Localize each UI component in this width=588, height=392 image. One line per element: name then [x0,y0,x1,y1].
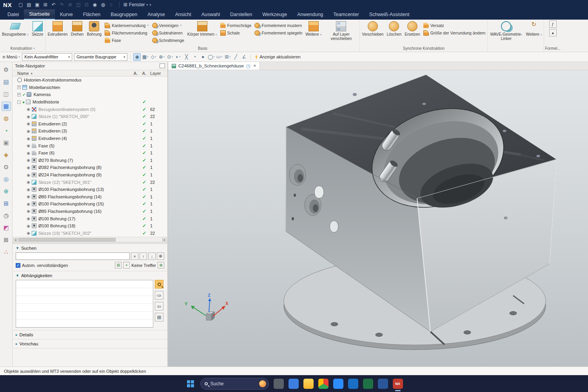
taskbar-search[interactable]: Suche [200,378,269,390]
reuse-library-icon[interactable]: ◍ [2,114,11,123]
chrome-icon[interactable] [318,379,328,389]
collapse-ribbon-button[interactable]: ▴ [549,29,557,36]
viewport-canvas[interactable]: Z X Y [168,70,588,367]
constraint-navigator-icon[interactable]: ◫ [2,89,11,99]
tree-row[interactable]: Fase (5) 1 [13,142,167,149]
horizontal-scrollbar[interactable]: ◂ ▸ [13,237,167,242]
eye-visibility-icon[interactable] [26,136,31,141]
tree-row[interactable]: Skizze (19) "SKETCH_002" 22 [13,229,167,237]
schale-button[interactable]: Schale [219,29,253,36]
eye-visibility-icon[interactable] [26,158,31,162]
scroll-left-arrow-icon[interactable]: ◂ [13,238,18,241]
open-file-icon[interactable]: ▤ [25,1,33,9]
paste-icon[interactable]: ⊡ [83,1,91,9]
center-snap-icon[interactable]: ◐▾ [174,53,182,61]
tree-row[interactable]: Ø100 Flachsenkungsbohrung (13) 1 [13,186,167,193]
ribbon-tab[interactable]: Teamcenter [328,9,364,20]
group-label-konstruktion[interactable]: Konstruktion▾ [1,45,44,51]
bohrung-button[interactable]: Bohrung [85,20,103,37]
tree-row[interactable]: Bezugskoordinatensystem (0) 62 [13,105,167,113]
tree-row[interactable]: Fase (6) 1 [13,149,167,157]
ribbon-tab[interactable]: Analyse [142,9,170,20]
endpoint-snap-icon[interactable]: ⊕▾ [158,53,165,61]
check-column-cell[interactable] [140,209,149,214]
outlook-icon[interactable] [348,379,358,389]
eye-visibility-icon[interactable] [26,165,31,170]
eye-visibility-icon[interactable] [26,129,31,133]
dependencies-section-header[interactable]: ▼ Abhängigkeiten [16,273,164,278]
skizze-button[interactable]: Skizze [31,20,44,37]
check-column-cell[interactable] [140,158,149,163]
dependencies-list[interactable] [16,280,153,328]
close-tab-icon[interactable]: × [253,63,256,69]
touch-mode-icon[interactable]: ◌ [107,1,115,9]
intersection-snap-icon[interactable]: ╳▾ [183,53,190,61]
eye-visibility-icon[interactable] [26,151,31,155]
toolbar-customize-chevron-icon[interactable]: ▾ [150,3,151,7]
internet-browser-icon[interactable]: ◎ [2,174,11,184]
orientation-triad[interactable]: Z X Y [185,293,229,320]
ribbon-tab[interactable]: Auswahl [196,9,225,20]
eye-visibility-icon[interactable] [26,216,31,221]
kantenverrundung-button[interactable]: Kantenverrundung▾ [103,22,150,29]
ribbon-tab[interactable]: Anwendung [292,9,328,20]
tree-row[interactable]: Ø85 Flachsenkungsbohrung (16) 1 [13,208,167,215]
tree-row[interactable]: Extrudieren (2) 1 [13,120,167,128]
tree-row[interactable]: Ø270 Bohrung (7) 1 [13,157,167,164]
update-display-button[interactable]: Anzeige aktualisieren [254,54,301,60]
tree-row[interactable]: Ø100 Flachsenkungsbohrung (15) 1 [13,200,167,208]
new-file-icon[interactable]: ▢ [17,1,25,9]
tree-row[interactable]: + ✓ Kameras [13,91,167,98]
check-column-cell[interactable] [140,99,149,105]
tree-row[interactable]: Ø382 Flachsenkungsbohrung (8) 1 [13,164,167,171]
dependencies-forward-button[interactable]: ⇨ [155,291,163,299]
versatz-button[interactable]: Versatz [422,22,487,29]
start-button[interactable] [185,379,196,389]
tree-row[interactable]: + Modellansichten [13,84,167,91]
verschieben-button[interactable]: Verschieben [361,20,385,37]
3d-model-schneckengehaeuse[interactable] [284,74,557,350]
excel-icon[interactable] [363,379,373,389]
locate-result-button[interactable]: ⊕ [157,252,164,260]
history-icon[interactable]: ◷ [2,211,11,220]
assembly-navigator-icon[interactable]: ▤ [2,77,11,87]
highlight-selection-icon[interactable]: ◉▾ [133,53,141,61]
formula-button[interactable]: ƒ [549,20,557,28]
web-globe-icon[interactable]: ⊕ [2,187,11,196]
quadrant-snap-icon[interactable]: ◔▾ [191,53,198,61]
dependencies-add-button[interactable]: ⊞ [155,313,163,321]
eye-visibility-icon[interactable] [26,209,31,213]
copy-icon[interactable]: ◫ [74,1,82,9]
redo-icon[interactable]: ↷ [58,1,66,9]
ribbon-tab[interactable]: Schweiß-Assistent [364,9,415,20]
tree-row[interactable]: - ● Modellhistorie [13,98,167,106]
ribbon-tab[interactable]: Datei [2,9,24,20]
manufacturing-icon[interactable]: ◈ [2,150,11,160]
eye-visibility-icon[interactable] [26,224,31,228]
search-section-header[interactable]: ▼ Suchen [16,246,164,250]
check-column-cell[interactable] [140,165,149,170]
part-tab[interactable]: C246881_b_Schneckengehäuse ◳ × [168,62,260,70]
check-column-cell[interactable] [140,128,149,134]
save-all-icon[interactable]: ⊞ [42,1,49,9]
tree-row[interactable]: Skizze (12) "SKETCH_001" 22 [13,178,167,186]
ribbon-tab[interactable]: Ansicht [170,9,196,20]
notes-icon[interactable]: ∴ [2,247,11,257]
search-options-button[interactable]: ⊞ [115,262,122,269]
tree-row[interactable]: Extrudieren (3) 1 [13,127,167,135]
check-column-cell[interactable] [140,136,149,141]
nx-icon[interactable]: NX [393,379,403,389]
spreadsheet-icon[interactable]: ⊞ [2,199,11,208]
wave-geometrie-linker-button[interactable]: WAVE-Geometrie-Linker [488,20,524,42]
snap-point-menu-icon[interactable]: ▦▾ [142,53,149,61]
check-column-cell[interactable] [140,107,149,112]
formelement-mustern-button[interactable]: Formelement mustern [253,22,303,29]
check-column-cell[interactable] [140,121,149,127]
undo-icon[interactable]: ↶ [50,1,58,9]
formschraege-button[interactable]: Formschräge [219,22,253,29]
part-navigator-icon[interactable]: ▦ [2,102,11,111]
autocomplete-checkbox[interactable] [16,263,20,268]
undock-panel-button[interactable] [160,64,165,68]
hd3d-tools-icon[interactable]: ◔ [2,126,11,135]
eye-visibility-icon[interactable] [26,202,31,206]
